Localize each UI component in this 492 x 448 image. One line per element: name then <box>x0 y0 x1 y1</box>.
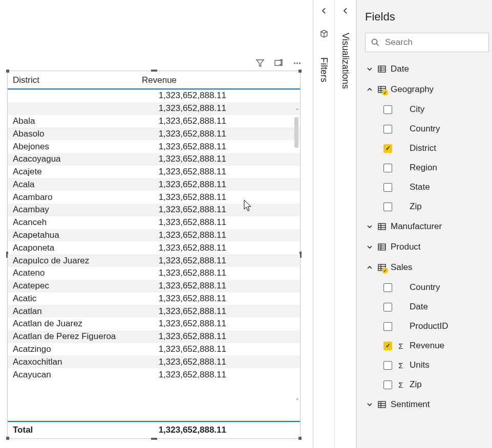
table-row[interactable]: Acajete1,323,652,888.11 <box>8 166 300 178</box>
table-row[interactable]: Acatic1,323,652,888.11 <box>8 293 300 305</box>
field-checkbox[interactable] <box>383 380 392 389</box>
table-row[interactable]: Acambaro1,323,652,888.11 <box>8 191 300 204</box>
focus-mode-icon[interactable] <box>274 58 283 68</box>
table-row[interactable]: 1,323,652,888.11 <box>8 89 300 102</box>
field-item[interactable]: ΣZip <box>365 375 489 394</box>
table-row[interactable]: Acaxochitlan1,323,652,888.11 <box>8 355 300 368</box>
table-row[interactable]: Acala1,323,652,888.11 <box>8 178 300 191</box>
chevron-up-icon[interactable] <box>366 264 373 271</box>
table-icon <box>377 400 387 409</box>
cell-revenue: 1,323,652,888.11 <box>142 154 226 164</box>
field-item[interactable]: ΣZip <box>365 197 489 216</box>
cell-revenue: 1,323,652,888.11 <box>142 306 226 317</box>
table-row[interactable]: Acatzingo1,323,652,888.11 <box>8 343 300 356</box>
table-node[interactable]: Sales <box>365 258 489 277</box>
table-total-row: Total 1,323,652,888.11 <box>8 421 300 438</box>
filter-icon[interactable] <box>255 58 265 68</box>
scroll-down-icon[interactable]: ˅ <box>296 398 299 405</box>
field-item[interactable]: ΣProductID <box>365 317 489 335</box>
svg-rect-2 <box>378 66 386 72</box>
table-row[interactable]: Abala1,323,652,888.11 <box>8 115 300 128</box>
table-row[interactable]: 1,323,652,888.11 <box>8 102 300 115</box>
fields-pane-title: Fields <box>365 10 489 24</box>
cell-revenue: 1,323,652,888.11 <box>142 91 226 101</box>
table-row[interactable]: Acatlan1,323,652,888.11 <box>8 305 300 318</box>
field-item[interactable]: ΣCountry <box>365 278 489 297</box>
field-item[interactable]: ΣState <box>365 178 489 196</box>
table-row[interactable]: Acatlan de Juarez1,323,652,888.11 <box>8 318 300 330</box>
field-checkbox[interactable] <box>383 342 392 350</box>
table-row[interactable]: Acatlan de Perez Figueroa1,323,652,888.1… <box>8 330 300 343</box>
field-item[interactable]: ΣDistrict <box>365 139 489 158</box>
chevron-down-icon[interactable] <box>366 401 373 408</box>
cell-revenue: 1,323,652,888.11 <box>142 129 226 139</box>
cell-district: Abejones <box>13 142 142 152</box>
field-label: State <box>410 182 430 192</box>
field-checkbox[interactable] <box>383 105 392 114</box>
column-header-revenue[interactable]: Revenue <box>142 75 295 85</box>
table-icon <box>377 64 387 74</box>
cell-revenue: 1,323,652,888.11 <box>142 256 226 266</box>
cell-district: Acapulco de Juarez <box>13 256 142 266</box>
table-node[interactable]: Geography <box>365 80 489 99</box>
svg-rect-10 <box>378 223 386 230</box>
chevron-left-icon[interactable] <box>343 7 349 14</box>
field-item[interactable]: ΣCountry <box>365 120 489 138</box>
cell-district: Abala <box>13 116 142 126</box>
chevron-up-icon[interactable] <box>366 86 373 93</box>
field-item[interactable]: ΣRevenue <box>365 337 489 355</box>
cell-revenue: 1,323,652,888.11 <box>142 167 226 177</box>
field-checkbox[interactable] <box>383 283 392 292</box>
chevron-down-icon[interactable] <box>366 223 373 230</box>
table-visual-frame[interactable]: District Revenue ˄ ˅ 1,323,652,888.111,3… <box>7 71 301 439</box>
table-row[interactable]: Acayucan1,323,652,888.11 <box>8 368 300 381</box>
scroll-up-icon[interactable]: ˄ <box>296 108 299 115</box>
field-checkbox[interactable] <box>383 164 392 172</box>
field-checkbox[interactable] <box>383 144 392 153</box>
visualizations-rail[interactable]: Visualizations <box>335 0 356 448</box>
field-checkbox[interactable] <box>383 125 392 133</box>
cell-district: Acatlan de Perez Figueroa <box>13 331 142 342</box>
table-node[interactable]: Sentiment <box>365 395 489 414</box>
fields-search[interactable] <box>365 33 489 52</box>
field-checkbox[interactable] <box>383 361 392 370</box>
table-row[interactable]: Acaponeta1,323,652,888.11 <box>8 241 300 254</box>
field-item[interactable]: ΣRegion <box>365 159 489 177</box>
fields-tree: DateGeographyΣCityΣCountryΣDistrictΣRegi… <box>365 59 489 414</box>
table-row[interactable]: Acambay1,323,652,888.11 <box>8 204 300 216</box>
table-row[interactable]: Acapulco de Juarez1,323,652,888.11 <box>8 254 300 267</box>
field-checkbox[interactable] <box>383 203 392 211</box>
field-checkbox[interactable] <box>383 303 392 311</box>
cell-district: Acatic <box>13 294 142 304</box>
table-row[interactable]: Acateno1,323,652,888.11 <box>8 267 300 280</box>
cell-district <box>13 91 142 101</box>
table-node[interactable]: Date <box>365 59 489 79</box>
cell-revenue: 1,323,652,888.11 <box>142 142 226 152</box>
report-canvas[interactable]: District Revenue ˄ ˅ 1,323,652,888.111,3… <box>0 0 313 448</box>
table-row[interactable]: Acacoyagua1,323,652,888.11 <box>8 153 300 166</box>
table-row[interactable]: Acapetahua1,323,652,888.11 <box>8 229 300 242</box>
table-row[interactable]: Abejones1,323,652,888.11 <box>8 140 300 153</box>
cell-revenue: 1,323,652,888.11 <box>142 268 226 278</box>
chevron-left-icon[interactable] <box>321 7 327 14</box>
field-item[interactable]: ΣUnits <box>365 356 489 374</box>
table-row[interactable]: Abasolo1,323,652,888.11 <box>8 127 300 140</box>
more-options-icon[interactable] <box>292 58 302 68</box>
column-header-district[interactable]: District <box>13 75 142 85</box>
field-item[interactable]: ΣCity <box>365 100 489 119</box>
table-row[interactable]: Acatepec1,323,652,888.11 <box>8 280 300 293</box>
field-checkbox[interactable] <box>383 322 392 331</box>
field-label: Revenue <box>410 341 444 351</box>
scrollbar-thumb[interactable] <box>294 117 298 148</box>
field-item[interactable]: ΣDate <box>365 298 489 316</box>
field-checkbox[interactable] <box>383 183 392 192</box>
chevron-down-icon[interactable] <box>366 244 373 250</box>
search-input[interactable] <box>385 37 492 48</box>
visual-action-bar <box>7 58 302 68</box>
chevron-down-icon[interactable] <box>366 66 373 72</box>
table-row[interactable]: Acanceh1,323,652,888.11 <box>8 216 300 229</box>
table-node[interactable]: Product <box>365 237 489 257</box>
filters-rail[interactable]: Filters <box>313 0 335 448</box>
table-node[interactable]: Manufacturer <box>365 217 489 236</box>
cell-revenue: 1,323,652,888.11 <box>142 192 226 203</box>
